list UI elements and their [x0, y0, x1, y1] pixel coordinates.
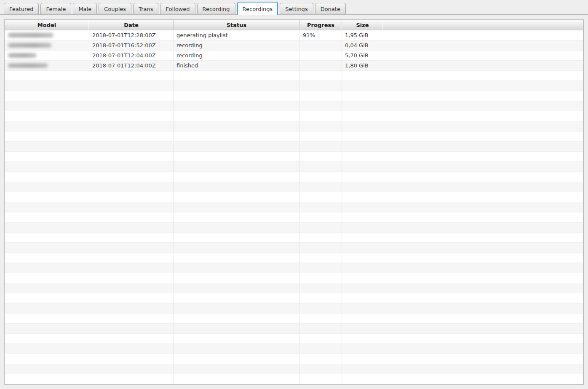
recordings-table: Model Date Status Progress Size 2018-07-… [4, 19, 584, 385]
cell-empty [300, 212, 342, 222]
table-row-empty [5, 81, 583, 91]
cell-empty [174, 223, 300, 232]
model-name-redacted [8, 63, 48, 68]
cell-empty [383, 142, 583, 151]
table-row[interactable]: 2018-07-01T16:52:00Z recording 0,04 GiB [5, 40, 583, 51]
cell-model [5, 30, 89, 40]
tab-label: Recording [203, 6, 230, 12]
cell-empty [89, 131, 174, 141]
cell-date: 2018-07-01T12:28:00Z [89, 30, 174, 40]
table-row-empty [5, 334, 583, 344]
cell-empty [342, 162, 383, 172]
cell-empty [342, 334, 383, 343]
cell-empty [174, 121, 300, 131]
tab-followed[interactable]: Followed [160, 3, 195, 14]
cell-empty [383, 253, 583, 263]
cell-empty [342, 283, 383, 293]
table-row-empty [5, 162, 583, 172]
cell-empty [174, 354, 300, 364]
cell-empty [89, 192, 174, 202]
cell-empty [383, 101, 583, 111]
cell-empty [300, 131, 342, 141]
cell-empty [300, 223, 342, 232]
cell-empty [383, 364, 583, 374]
column-header-model[interactable]: Model [5, 20, 89, 30]
cell-empty [89, 354, 174, 364]
cell-empty [174, 101, 300, 111]
cell-empty [174, 182, 300, 192]
cell-empty [89, 293, 174, 303]
cell-empty [174, 273, 300, 283]
cell-empty [383, 334, 583, 343]
table-row[interactable]: 2018-07-01T12:28:00Z generating playlist… [5, 30, 583, 40]
cell-empty [300, 192, 342, 202]
cell-empty [5, 212, 89, 222]
column-header-status[interactable]: Status [174, 20, 300, 30]
cell-empty [383, 283, 583, 293]
table-row-empty [5, 293, 583, 303]
cell-empty [89, 111, 174, 121]
cell-empty [342, 344, 383, 354]
cell-empty [174, 202, 300, 212]
cell-empty [300, 344, 342, 354]
cell-empty [174, 293, 300, 303]
cell-empty [174, 71, 300, 80]
tab-couples[interactable]: Couples [99, 3, 131, 14]
tab-male[interactable]: Male [73, 3, 97, 14]
cell-status: recording [174, 40, 300, 50]
cell-empty [5, 162, 89, 172]
table-row-empty [5, 182, 583, 192]
table-row-empty [5, 243, 583, 253]
cell-empty [383, 314, 583, 323]
cell-empty [300, 384, 342, 385]
cell-empty [5, 273, 89, 283]
tab-donate[interactable]: Donate [315, 3, 346, 14]
cell-empty [89, 101, 174, 111]
cell-empty [300, 314, 342, 323]
table-row-empty [5, 121, 583, 131]
tab-trans[interactable]: Trans [133, 3, 158, 14]
cell-empty [383, 223, 583, 232]
table-row-empty [5, 71, 583, 81]
table-row-empty [5, 374, 583, 384]
tab-label: Settings [285, 6, 307, 12]
table-row[interactable]: 2018-07-01T12:04:00Z finished 1,80 GiB [5, 61, 583, 71]
column-header-progress[interactable]: Progress [300, 20, 342, 30]
table-row-empty [5, 142, 583, 152]
tab-settings[interactable]: Settings [280, 3, 313, 14]
column-header-size[interactable]: Size [342, 20, 383, 30]
tab-recordings-selected[interactable]: Recordings [237, 2, 278, 15]
table-row-empty [5, 384, 583, 385]
cell-empty [89, 233, 174, 242]
cell-empty [300, 142, 342, 151]
cell-empty [342, 374, 383, 384]
column-header-date[interactable]: Date [89, 20, 174, 30]
tab-female[interactable]: Female [40, 3, 71, 14]
cell-progress [300, 51, 342, 60]
cell-progress: 91% [300, 30, 342, 40]
cell-date: 2018-07-01T16:52:00Z [89, 40, 174, 50]
cell-empty [383, 131, 583, 141]
cell-date: 2018-07-01T12:04:00Z [89, 61, 174, 70]
cell-empty [5, 324, 89, 333]
table-row-empty [5, 354, 583, 364]
tab-recording[interactable]: Recording [197, 3, 235, 14]
cell-empty [5, 152, 89, 161]
cell-empty [342, 384, 383, 385]
cell-empty [300, 354, 342, 364]
cell-empty [300, 374, 342, 384]
cell-extra [383, 30, 583, 40]
cell-empty [89, 91, 174, 101]
table-row-empty [5, 344, 583, 354]
table-row[interactable]: 2018-07-01T12:04:00Z recording 5,70 GiB [5, 51, 583, 61]
cell-empty [300, 303, 342, 313]
cell-empty [342, 81, 383, 91]
cell-empty [342, 263, 383, 273]
cell-empty [89, 273, 174, 283]
tab-label: Trans [139, 6, 153, 12]
cell-empty [300, 263, 342, 273]
tab-featured[interactable]: Featured [4, 3, 39, 14]
cell-empty [383, 212, 583, 222]
table-row-empty [5, 111, 583, 121]
tab-label: Female [46, 6, 66, 12]
